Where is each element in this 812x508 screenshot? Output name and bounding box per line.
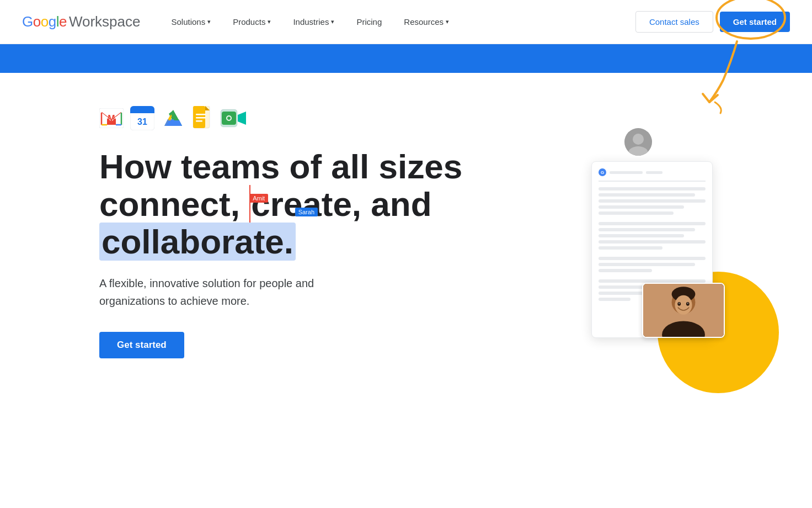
svg-marker-25 [238, 112, 246, 125]
svg-text:M: M [108, 114, 115, 123]
logo-workspace-text: Workspace [69, 13, 141, 30]
hero-illustration: G [602, 95, 768, 404]
hero-title: How teams of all sizes connect, Amit ​cr… [99, 148, 485, 261]
svg-text:31: 31 [137, 117, 147, 126]
hero-title-highlight: collaborate. [99, 223, 296, 261]
svg-rect-19 [196, 117, 206, 119]
get-started-hero-button[interactable]: Get started [99, 332, 184, 358]
drive-icon [161, 106, 185, 130]
svg-rect-18 [196, 114, 206, 115]
chevron-down-icon: ▾ [268, 18, 271, 25]
svg-point-29 [633, 134, 644, 145]
svg-rect-9 [130, 110, 154, 113]
nav-products[interactable]: Products ▾ [224, 13, 280, 31]
doc-toolbar: G [599, 168, 706, 176]
svg-point-39 [687, 303, 688, 304]
cursor-amit-label: Amit [249, 194, 268, 203]
get-started-header-button[interactable]: Get started [720, 12, 790, 32]
nav-resources[interactable]: Resources ▾ [395, 13, 458, 31]
calendar-icon: 31 [130, 106, 154, 130]
header: Google Workspace Solutions ▾ Products ▾ … [0, 0, 812, 44]
hero-subtitle: A flexible, innovative solution for peop… [99, 274, 364, 310]
cursor-sarah-label: Sarah [295, 208, 318, 216]
svg-point-27 [227, 117, 231, 120]
logo[interactable]: Google Workspace [22, 13, 140, 30]
video-call-thumbnail [642, 283, 725, 338]
svg-rect-20 [196, 120, 202, 122]
docs-icon [192, 106, 213, 130]
nav-industries[interactable]: Industries ▾ [284, 13, 343, 31]
svg-point-34 [675, 295, 692, 315]
contact-sales-button[interactable]: Contact sales [635, 11, 713, 33]
header-actions: Contact sales Get started [635, 11, 790, 33]
chevron-down-icon: ▾ [331, 18, 334, 25]
svg-marker-14 [165, 120, 182, 126]
nav-solutions[interactable]: Solutions ▾ [162, 13, 220, 31]
svg-point-38 [679, 303, 680, 304]
avatar [624, 128, 652, 156]
promo-banner [0, 44, 812, 73]
hero-section: M 31 [0, 73, 812, 470]
chevron-down-icon: ▾ [207, 18, 211, 25]
gmail-icon: M [99, 108, 124, 128]
meet-icon [220, 106, 248, 130]
hero-title-line2: connect, Amit ​create, and [99, 185, 432, 223]
logo-google-text: Google [22, 13, 67, 30]
chevron-down-icon: ▾ [446, 18, 449, 25]
nav-pricing[interactable]: Pricing [348, 13, 391, 31]
main-nav: Solutions ▾ Products ▾ Industries ▾ Pric… [162, 13, 635, 31]
